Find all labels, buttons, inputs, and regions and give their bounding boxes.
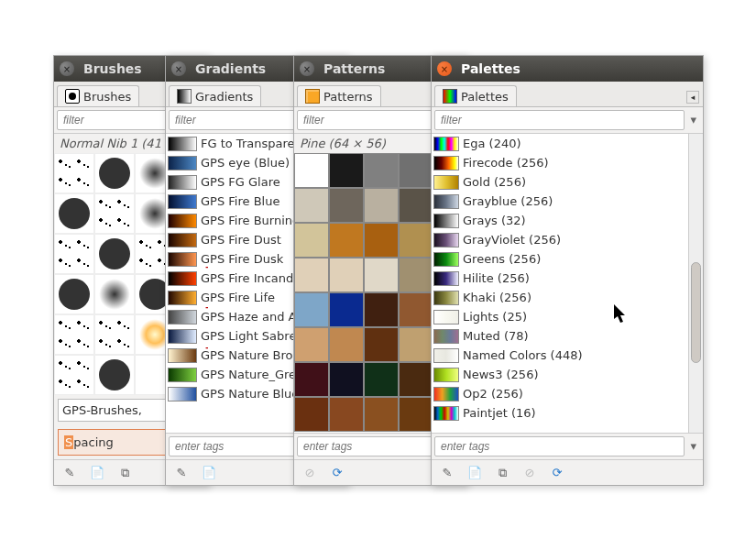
brush-item[interactable] bbox=[94, 274, 135, 314]
pattern-item[interactable] bbox=[329, 327, 364, 362]
scrollbar[interactable] bbox=[688, 134, 703, 433]
list-item[interactable]: Op2 (256) bbox=[432, 384, 688, 403]
pattern-item[interactable] bbox=[294, 292, 329, 327]
brush-item[interactable] bbox=[54, 314, 94, 355]
edit-icon[interactable]: ✎ bbox=[61, 466, 78, 480]
close-icon[interactable]: × bbox=[300, 61, 314, 76]
brush-item[interactable] bbox=[54, 234, 94, 274]
brush-item[interactable] bbox=[94, 314, 135, 355]
brush-item[interactable] bbox=[94, 153, 135, 193]
pattern-item[interactable] bbox=[294, 223, 329, 258]
brush-item[interactable] bbox=[54, 274, 94, 314]
pattern-item[interactable] bbox=[399, 362, 433, 397]
refresh-icon[interactable]: ⟳ bbox=[549, 466, 565, 480]
list-item[interactable]: Paintjet (16) bbox=[432, 403, 688, 423]
list-item[interactable]: Gold (256) bbox=[432, 172, 688, 192]
pattern-item[interactable] bbox=[399, 327, 433, 362]
pattern-item[interactable] bbox=[364, 153, 399, 188]
duplicate-icon[interactable]: ⧉ bbox=[116, 466, 133, 480]
pattern-item[interactable] bbox=[329, 258, 364, 292]
palettes-tags-input[interactable] bbox=[434, 436, 685, 456]
list-item[interactable]: Firecode (256) bbox=[432, 153, 688, 172]
brush-item[interactable] bbox=[94, 193, 135, 234]
list-item[interactable]: Lights (25) bbox=[432, 307, 688, 326]
brush-item[interactable] bbox=[94, 234, 135, 274]
pattern-item[interactable] bbox=[329, 223, 364, 258]
pattern-item[interactable] bbox=[399, 153, 433, 188]
palettes-titlebar[interactable]: × Palettes bbox=[432, 56, 703, 82]
pattern-item[interactable] bbox=[329, 153, 364, 188]
dropdown-icon[interactable]: ▾ bbox=[686, 110, 700, 130]
pattern-item[interactable] bbox=[399, 188, 433, 223]
palettes-list[interactable]: Ega (240)Firecode (256)Gold (256)Grayblu… bbox=[432, 134, 688, 433]
palettes-toolbar: ✎ 📄 ⧉ ⊘ ⟳ bbox=[432, 459, 703, 485]
pattern-item[interactable] bbox=[399, 258, 433, 292]
tab-palettes[interactable]: Palettes bbox=[434, 85, 517, 106]
pattern-item[interactable] bbox=[294, 362, 329, 397]
tab-menu-icon[interactable]: ◂ bbox=[686, 91, 699, 104]
pattern-item[interactable] bbox=[364, 188, 399, 223]
pattern-item[interactable] bbox=[294, 258, 329, 292]
new-icon[interactable]: 📄 bbox=[89, 466, 105, 480]
new-icon[interactable]: 📄 bbox=[201, 466, 217, 480]
pattern-item[interactable] bbox=[364, 223, 399, 258]
pattern-item[interactable] bbox=[329, 397, 364, 432]
edit-icon[interactable]: ✎ bbox=[173, 466, 190, 480]
close-icon[interactable]: × bbox=[437, 61, 452, 76]
gradient-swatch bbox=[168, 348, 197, 363]
pattern-item[interactable] bbox=[399, 223, 433, 258]
list-item[interactable]: Named Colors (448) bbox=[432, 346, 688, 365]
tab-brushes[interactable]: Brushes bbox=[57, 85, 139, 106]
pattern-item[interactable] bbox=[294, 397, 329, 432]
pattern-item[interactable] bbox=[399, 292, 433, 327]
list-item-label: Khaki (256) bbox=[463, 291, 688, 304]
list-item-label: Named Colors (448) bbox=[463, 348, 688, 362]
palettes-filter-input[interactable] bbox=[434, 110, 685, 130]
new-icon[interactable]: 📄 bbox=[466, 466, 483, 480]
list-item[interactable]: Grayblue (256) bbox=[432, 192, 688, 211]
tab-gradients[interactable]: Gradients bbox=[169, 85, 261, 106]
list-item[interactable]: Ega (240) bbox=[432, 134, 688, 153]
list-item-label: Op2 (256) bbox=[463, 387, 688, 401]
pattern-item[interactable] bbox=[294, 153, 329, 188]
edit-icon[interactable]: ✎ bbox=[439, 466, 455, 480]
tab-patterns[interactable]: Patterns bbox=[297, 85, 381, 106]
list-item[interactable]: GrayViolet (256) bbox=[432, 230, 688, 249]
brush-item[interactable] bbox=[54, 193, 94, 234]
list-item[interactable]: Grays (32) bbox=[432, 211, 688, 230]
list-item[interactable]: Muted (78) bbox=[432, 326, 688, 346]
pattern-item[interactable] bbox=[364, 362, 399, 397]
list-item[interactable]: News3 (256) bbox=[432, 365, 688, 384]
pattern-icon bbox=[305, 89, 320, 104]
pattern-item[interactable] bbox=[364, 258, 399, 292]
brush-item[interactable] bbox=[54, 153, 94, 193]
refresh-icon[interactable]: ⟳ bbox=[329, 466, 345, 480]
gradient-swatch bbox=[168, 310, 197, 324]
list-item[interactable]: Hilite (256) bbox=[432, 269, 688, 288]
list-item[interactable]: Khaki (256) bbox=[432, 288, 688, 307]
pattern-item[interactable] bbox=[399, 397, 433, 432]
palette-swatch bbox=[433, 387, 459, 402]
list-item-label: Lights (25) bbox=[463, 310, 688, 324]
palettes-tabbar: Palettes ◂ bbox=[432, 82, 703, 107]
palette-swatch bbox=[433, 252, 459, 267]
pattern-item[interactable] bbox=[294, 327, 329, 362]
pattern-item[interactable] bbox=[364, 397, 399, 432]
scrollbar-thumb[interactable] bbox=[691, 262, 701, 363]
pattern-item[interactable] bbox=[329, 362, 364, 397]
pattern-item[interactable] bbox=[364, 292, 399, 327]
dropdown-icon[interactable]: ▾ bbox=[686, 436, 700, 456]
list-item[interactable]: Greens (256) bbox=[432, 249, 688, 269]
brush-item[interactable] bbox=[54, 355, 94, 395]
pattern-item[interactable] bbox=[294, 188, 329, 223]
close-icon[interactable]: × bbox=[60, 61, 74, 76]
pattern-item[interactable] bbox=[329, 292, 364, 327]
pattern-item[interactable] bbox=[364, 327, 399, 362]
gradient-swatch bbox=[168, 387, 197, 402]
list-item-label: Gold (256) bbox=[463, 175, 688, 189]
close-icon[interactable]: × bbox=[171, 61, 186, 76]
pattern-item[interactable] bbox=[329, 188, 364, 223]
brush-icon bbox=[65, 89, 80, 104]
brush-item[interactable] bbox=[94, 355, 135, 395]
duplicate-icon[interactable]: ⧉ bbox=[494, 466, 510, 480]
